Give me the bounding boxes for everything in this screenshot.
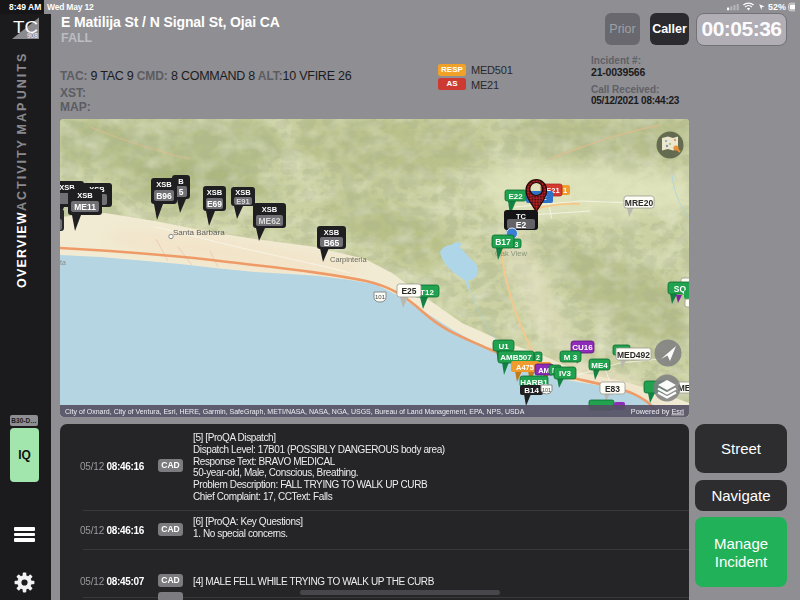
svg-text:101: 101 <box>375 294 386 300</box>
svg-text:AM: AM <box>538 366 550 375</box>
svg-text:E83: E83 <box>605 384 620 394</box>
svg-text:ta: ta <box>60 259 66 266</box>
svg-text:Santa Barbara: Santa Barbara <box>173 228 225 237</box>
svg-text:XSB: XSB <box>235 188 251 197</box>
svg-text:E25: E25 <box>401 286 416 296</box>
svg-text:IV3: IV3 <box>559 369 572 378</box>
svg-text:M 3: M 3 <box>564 353 578 362</box>
svg-text:Powered by Esri: Powered by Esri <box>631 407 685 416</box>
svg-text:B65: B65 <box>324 238 340 248</box>
svg-text:XSB: XSB <box>156 180 172 189</box>
svg-text:B: B <box>178 177 184 186</box>
svg-text:Carpinteria: Carpinteria <box>330 255 368 264</box>
svg-text:AMB507: AMB507 <box>500 353 532 362</box>
svg-text:B14: B14 <box>524 386 539 395</box>
svg-text:ME4: ME4 <box>591 361 608 370</box>
svg-text:2: 2 <box>536 354 540 361</box>
svg-text:E69: E69 <box>207 199 222 209</box>
svg-text:E22: E22 <box>508 192 523 201</box>
svg-text:XSB: XSB <box>324 228 340 237</box>
svg-text:XSB: XSB <box>77 191 93 200</box>
svg-text:ME11: ME11 <box>74 202 96 212</box>
svg-text:B96: B96 <box>156 191 172 201</box>
svg-text:A475: A475 <box>516 363 534 372</box>
svg-text:MED492: MED492 <box>617 350 650 360</box>
svg-text:E2: E2 <box>516 220 527 230</box>
svg-text:T12: T12 <box>420 288 434 297</box>
svg-text:XSB: XSB <box>262 205 278 214</box>
svg-text:101: 101 <box>542 387 551 393</box>
svg-text:XSB: XSB <box>207 188 223 197</box>
svg-text:U1: U1 <box>498 342 509 351</box>
svg-text:52%: 52% <box>768 2 786 12</box>
svg-text:3: 3 <box>515 241 519 248</box>
svg-text:E91: E91 <box>236 197 249 206</box>
svg-text:5: 5 <box>179 187 184 197</box>
svg-text:City of Oxnard, City of Ventur: City of Oxnard, City of Ventura, Esri, H… <box>65 408 525 416</box>
svg-text:B17: B17 <box>495 237 511 247</box>
svg-text:ME62: ME62 <box>258 216 280 226</box>
svg-text:MRE20: MRE20 <box>625 198 654 208</box>
svg-text:1: 1 <box>563 186 567 195</box>
